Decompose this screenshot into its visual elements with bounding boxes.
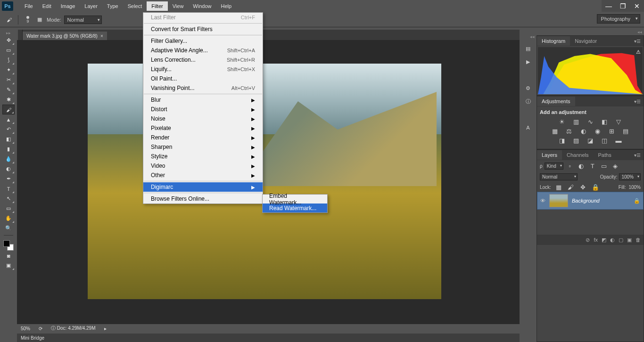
menuitem-browse-filters[interactable]: Browse Filters Online... xyxy=(143,194,263,204)
menu-help[interactable]: Help xyxy=(216,1,236,11)
pen-tool[interactable]: ✒ xyxy=(2,174,15,184)
layer-blend-select[interactable]: Normal xyxy=(540,173,578,180)
color-swatch[interactable] xyxy=(3,240,14,251)
eraser-tool[interactable]: ◧ xyxy=(2,134,15,144)
lock-position-icon[interactable]: ✥ xyxy=(578,183,588,191)
filter-type-icon[interactable]: T xyxy=(588,162,597,170)
crop-tool[interactable]: ✂ xyxy=(2,75,15,85)
menuitem-noise[interactable]: Noise▶ xyxy=(143,114,263,123)
menuitem-convert-smart[interactable]: Convert for Smart Filters xyxy=(143,24,263,34)
brush-preset-icon[interactable]: ▦ xyxy=(35,16,44,24)
brush-tool[interactable]: 🖌 xyxy=(2,105,15,114)
character-icon[interactable]: A xyxy=(522,123,534,132)
invert-icon[interactable]: ◨ xyxy=(557,137,567,144)
exposure-icon[interactable]: ◧ xyxy=(600,118,609,125)
magic-wand-tool[interactable]: ✦ xyxy=(2,65,15,75)
menu-type[interactable]: Type xyxy=(102,1,123,11)
workspace-select[interactable]: Photography xyxy=(597,14,640,24)
fill-input[interactable]: 100% xyxy=(628,185,641,190)
document-tab[interactable]: Water mark 3.jpg @ 50% (RGB/8) × xyxy=(23,32,107,40)
panel-menu-icon[interactable]: ▾☰ xyxy=(631,99,644,104)
zoom-tool[interactable]: 🔍 xyxy=(2,223,15,233)
marquee-tool[interactable]: ▭ xyxy=(2,45,15,55)
new-adjustment-icon[interactable]: ◐ xyxy=(610,237,615,243)
menuitem-oil-paint[interactable]: Oil Paint... xyxy=(143,74,263,83)
link-layers-icon[interactable]: ⊘ xyxy=(586,237,590,243)
filter-smart-icon[interactable]: ◈ xyxy=(611,162,620,170)
maximize-button[interactable]: ❐ xyxy=(616,0,630,12)
opacity-input[interactable]: 100% xyxy=(619,173,641,180)
layer-kind-select[interactable]: Kind xyxy=(545,163,563,170)
brush-tool-icon[interactable]: 🖌 xyxy=(5,16,13,24)
hue-icon[interactable]: ▦ xyxy=(550,127,560,135)
brush-size-picker[interactable]: 9 xyxy=(23,16,33,24)
levels-icon[interactable]: ▥ xyxy=(571,118,581,125)
layer-row-background[interactable]: 👁 Background 🔒 xyxy=(537,192,644,210)
menu-view[interactable]: View xyxy=(168,1,189,11)
tab-channels[interactable]: Channels xyxy=(562,150,593,160)
history-brush-tool[interactable]: ↶ xyxy=(2,124,15,134)
healing-tool[interactable]: ✱ xyxy=(2,95,15,105)
quickmask-tool[interactable]: ◙ xyxy=(2,251,15,261)
channelmixer-icon[interactable]: ⊞ xyxy=(607,127,616,135)
menu-image[interactable]: Image xyxy=(56,1,80,11)
menuitem-distort[interactable]: Distort▶ xyxy=(143,105,263,114)
panel-menu-icon[interactable]: ▾☰ xyxy=(631,153,644,158)
curves-icon[interactable]: ∿ xyxy=(586,118,595,125)
canvas-area[interactable] xyxy=(17,40,520,333)
menuitem-digimarc[interactable]: Digimarc▶ xyxy=(143,182,263,192)
lasso-tool[interactable]: ⟆ xyxy=(2,55,15,65)
new-layer-icon[interactable]: ▣ xyxy=(627,237,632,243)
menuitem-vanishing-point[interactable]: Vanishing Point...Alt+Ctrl+V xyxy=(143,83,263,93)
path-tool[interactable]: ↖ xyxy=(2,194,15,204)
menuitem-blur[interactable]: Blur▶ xyxy=(143,95,263,105)
selectivecolor-icon[interactable]: ◫ xyxy=(600,137,609,144)
dodge-tool[interactable]: ◐ xyxy=(2,164,15,174)
tab-navigator[interactable]: Navigator xyxy=(570,36,602,46)
menuitem-pixelate[interactable]: Pixelate▶ xyxy=(143,123,263,133)
panel-collapse-icon[interactable]: ◂◂ xyxy=(537,30,644,35)
filter-shape-icon[interactable]: ▭ xyxy=(599,162,609,170)
menu-edit[interactable]: Edit xyxy=(38,1,56,11)
info-arrow-icon[interactable]: ▸ xyxy=(104,326,107,331)
blend-mode-select[interactable]: Normal xyxy=(64,16,102,24)
menuitem-embed-watermark[interactable]: Embed Watermark... xyxy=(263,195,327,204)
menuitem-stylize[interactable]: Stylize▶ xyxy=(143,152,263,161)
menu-window[interactable]: Window xyxy=(188,1,216,11)
hand-tool[interactable]: ✋ xyxy=(2,213,15,223)
tab-layers[interactable]: Layers xyxy=(537,150,562,160)
stamp-tool[interactable]: ▲ xyxy=(2,114,15,124)
menu-file[interactable]: File xyxy=(20,1,38,11)
filter-adj-icon[interactable]: ◐ xyxy=(577,162,586,170)
sync-icon[interactable]: ⟳ xyxy=(39,326,42,331)
gradient-tool[interactable]: ▮ xyxy=(2,144,15,154)
delete-layer-icon[interactable]: 🗑 xyxy=(636,237,641,243)
menuitem-liquify[interactable]: Liquify...Shift+Ctrl+X xyxy=(143,65,263,74)
eyedropper-tool[interactable]: ✎ xyxy=(2,85,15,95)
close-button[interactable]: ✕ xyxy=(630,0,644,12)
menuitem-filter-gallery[interactable]: Filter Gallery... xyxy=(143,36,263,46)
properties-icon[interactable]: ⚙ xyxy=(522,83,534,93)
mini-bridge-tab[interactable]: Mini Bridge xyxy=(21,335,44,341)
histogram-warning-icon[interactable]: ⚠ xyxy=(636,49,641,55)
layer-mask-icon[interactable]: ◩ xyxy=(602,237,606,243)
menu-select[interactable]: Select xyxy=(123,1,147,11)
menuitem-render[interactable]: Render▶ xyxy=(143,133,263,142)
zoom-level[interactable]: 50% xyxy=(21,326,30,331)
info-icon[interactable]: ⓘ xyxy=(522,97,534,106)
new-group-icon[interactable]: ▢ xyxy=(619,237,623,243)
brightness-icon[interactable]: ☀ xyxy=(557,118,567,125)
tab-paths[interactable]: Paths xyxy=(594,150,616,160)
posterize-icon[interactable]: ▨ xyxy=(571,137,581,144)
move-tool[interactable]: ✥ xyxy=(2,35,15,45)
gradientmap-icon[interactable]: ▬ xyxy=(614,137,623,144)
lock-transparency-icon[interactable]: ▦ xyxy=(554,183,563,191)
visibility-icon[interactable]: 👁 xyxy=(540,198,545,204)
layer-thumbnail[interactable] xyxy=(549,194,568,207)
screenmode-tool[interactable]: ▣ xyxy=(2,261,15,270)
blur-tool[interactable]: 💧 xyxy=(2,154,15,164)
lock-all-icon[interactable]: 🔒 xyxy=(591,183,600,191)
actions-icon[interactable]: ▶ xyxy=(522,57,534,66)
bw-icon[interactable]: ◐ xyxy=(578,127,588,135)
menu-layer[interactable]: Layer xyxy=(80,1,102,11)
